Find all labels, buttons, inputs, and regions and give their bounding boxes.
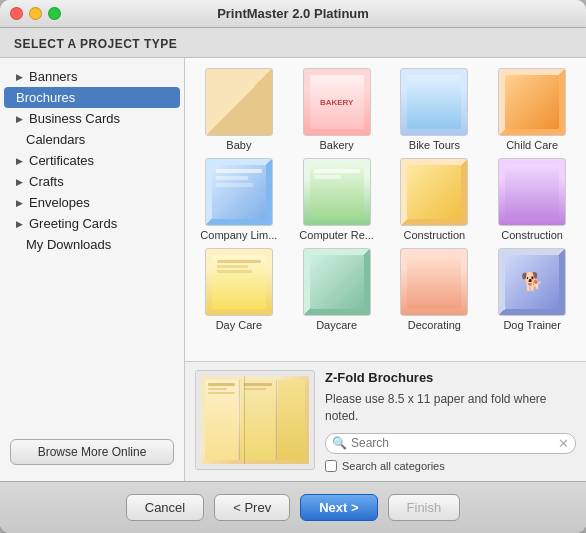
thumbnail-image bbox=[303, 158, 371, 226]
sidebar-item-my-downloads[interactable]: My Downloads bbox=[0, 234, 184, 255]
list-item[interactable]: Computer Re... bbox=[291, 158, 383, 242]
list-item[interactable]: 🐕 Dog Trainer bbox=[486, 248, 578, 332]
thumbnail-grid[interactable]: Baby BAKERY Bakery bbox=[185, 58, 586, 361]
thumbnail-image bbox=[205, 68, 273, 136]
cancel-button[interactable]: Cancel bbox=[126, 494, 204, 521]
page-title: SELECT A PROJECT TYPE bbox=[14, 37, 177, 51]
thumbnail-label: Daycare bbox=[316, 319, 357, 332]
sidebar-item-label: Business Cards bbox=[29, 111, 120, 126]
footer-bar: Cancel < Prev Next > Finish bbox=[0, 481, 586, 533]
thumbnail-label: Bakery bbox=[320, 139, 354, 152]
sidebar-item-greeting-cards[interactable]: ▶ Greeting Cards bbox=[0, 213, 184, 234]
prev-button[interactable]: < Prev bbox=[214, 494, 290, 521]
sidebar-item-label: Brochures bbox=[16, 90, 75, 105]
list-item[interactable]: Construction bbox=[486, 158, 578, 242]
sidebar-item-envelopes[interactable]: ▶ Envelopes bbox=[0, 192, 184, 213]
list-item[interactable]: Company Lim... bbox=[193, 158, 285, 242]
list-item[interactable]: BAKERY Bakery bbox=[291, 68, 383, 152]
search-box: 🔍 ✕ bbox=[325, 433, 576, 454]
thumbnail-image bbox=[400, 68, 468, 136]
sidebar-item-label: Greeting Cards bbox=[29, 216, 117, 231]
arrow-icon: ▶ bbox=[16, 72, 23, 82]
sidebar-item-label: Envelopes bbox=[29, 195, 90, 210]
maximize-button[interactable] bbox=[48, 7, 61, 20]
finish-button[interactable]: Finish bbox=[388, 494, 461, 521]
thumbnail-label: Dog Trainer bbox=[503, 319, 560, 332]
thumbnail-label: Construction bbox=[501, 229, 563, 242]
search-all-label: Search all categories bbox=[342, 460, 445, 472]
preview-title: Z-Fold Brochures bbox=[325, 370, 576, 385]
sidebar-item-label: Crafts bbox=[29, 174, 64, 189]
arrow-icon: ▶ bbox=[16, 156, 23, 166]
preview-thumbnail bbox=[201, 376, 309, 464]
body-area: ▶ Banners Brochures ▶ Business Cards Cal… bbox=[0, 58, 586, 481]
preview-image bbox=[195, 370, 315, 470]
sidebar-item-brochures[interactable]: Brochures bbox=[4, 87, 180, 108]
thumbnail-label: Construction bbox=[403, 229, 465, 242]
sidebar-item-crafts[interactable]: ▶ Crafts bbox=[0, 171, 184, 192]
sidebar-item-label: Calendars bbox=[26, 132, 85, 147]
window-title: PrintMaster 2.0 Platinum bbox=[0, 6, 586, 21]
list-item[interactable]: Baby bbox=[193, 68, 285, 152]
content-area: Baby BAKERY Bakery bbox=[185, 58, 586, 481]
app-window: PrintMaster 2.0 Platinum SELECT A PROJEC… bbox=[0, 0, 586, 533]
arrow-icon: ▶ bbox=[16, 198, 23, 208]
search-clear-icon[interactable]: ✕ bbox=[558, 436, 569, 451]
search-icon: 🔍 bbox=[332, 436, 347, 450]
thumbnail-image bbox=[205, 158, 273, 226]
list-item[interactable]: Day Care bbox=[193, 248, 285, 332]
list-item[interactable]: Decorating bbox=[389, 248, 481, 332]
close-button[interactable] bbox=[10, 7, 23, 20]
search-all-row: Search all categories bbox=[325, 460, 576, 472]
list-item[interactable]: Bike Tours bbox=[389, 68, 481, 152]
thumbnail-label: Bike Tours bbox=[409, 139, 460, 152]
thumbnail-label: Computer Re... bbox=[299, 229, 374, 242]
sidebar-item-label: Banners bbox=[29, 69, 77, 84]
thumbnail-label: Child Care bbox=[506, 139, 558, 152]
sidebar-item-calendars[interactable]: Calendars bbox=[0, 129, 184, 150]
browse-btn-area: Browse More Online bbox=[0, 431, 184, 473]
search-all-checkbox[interactable] bbox=[325, 460, 337, 472]
sidebar-item-banners[interactable]: ▶ Banners bbox=[0, 66, 184, 87]
main-content: SELECT A PROJECT TYPE ▶ Banners Brochure… bbox=[0, 28, 586, 481]
sidebar-item-certificates[interactable]: ▶ Certificates bbox=[0, 150, 184, 171]
preview-info: Z-Fold Brochures Please use 8.5 x 11 pap… bbox=[325, 370, 576, 473]
list-item[interactable]: Daycare bbox=[291, 248, 383, 332]
thumbnail-image bbox=[205, 248, 273, 316]
list-item[interactable]: Construction bbox=[389, 158, 481, 242]
sidebar-item-label: My Downloads bbox=[26, 237, 111, 252]
browse-more-online-button[interactable]: Browse More Online bbox=[10, 439, 174, 465]
thumbnail-label: Baby bbox=[226, 139, 251, 152]
thumbnail-image: BAKERY bbox=[303, 68, 371, 136]
arrow-icon: ▶ bbox=[16, 219, 23, 229]
arrow-icon: ▶ bbox=[16, 114, 23, 124]
minimize-button[interactable] bbox=[29, 7, 42, 20]
sidebar-item-business-cards[interactable]: ▶ Business Cards bbox=[0, 108, 184, 129]
sidebar: ▶ Banners Brochures ▶ Business Cards Cal… bbox=[0, 58, 185, 481]
thumbnail-image bbox=[400, 158, 468, 226]
thumbnail-image bbox=[303, 248, 371, 316]
arrow-icon: ▶ bbox=[16, 177, 23, 187]
thumbnail-label: Decorating bbox=[408, 319, 461, 332]
thumbnail-label: Day Care bbox=[216, 319, 262, 332]
thumbnail-label: Company Lim... bbox=[200, 229, 277, 242]
next-button[interactable]: Next > bbox=[300, 494, 377, 521]
thumbnail-image bbox=[498, 68, 566, 136]
thumbnail-image bbox=[498, 158, 566, 226]
list-item[interactable]: Child Care bbox=[486, 68, 578, 152]
header-bar: SELECT A PROJECT TYPE bbox=[0, 28, 586, 58]
search-input[interactable] bbox=[351, 436, 554, 450]
thumbnail-image: 🐕 bbox=[498, 248, 566, 316]
preview-description: Please use 8.5 x 11 paper and fold where… bbox=[325, 391, 576, 425]
thumbnail-image bbox=[400, 248, 468, 316]
titlebar: PrintMaster 2.0 Platinum bbox=[0, 0, 586, 28]
sidebar-item-label: Certificates bbox=[29, 153, 94, 168]
preview-area: Z-Fold Brochures Please use 8.5 x 11 pap… bbox=[185, 361, 586, 481]
traffic-lights bbox=[10, 7, 61, 20]
